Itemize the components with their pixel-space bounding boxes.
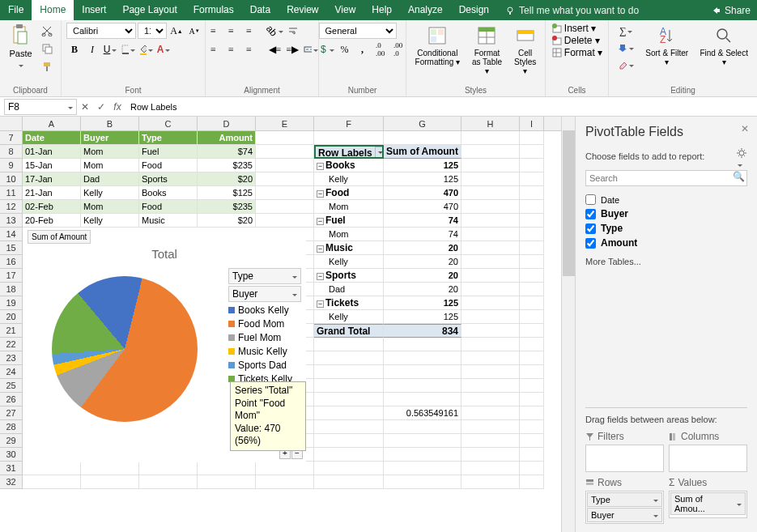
cell[interactable]: [520, 448, 544, 462]
cell[interactable]: [384, 365, 461, 379]
cell[interactable]: 20-Feb: [23, 214, 81, 228]
menu-analyze[interactable]: Analyze: [400, 0, 451, 20]
format-painter-button[interactable]: [39, 58, 55, 74]
worksheet[interactable]: A B C D E F G H I 7DateBuyerTypeAmount80…: [0, 117, 561, 532]
field-item[interactable]: Buyer: [585, 206, 747, 221]
cell[interactable]: Grand Total: [314, 324, 384, 338]
cell[interactable]: [520, 145, 544, 159]
legend-buyer-button[interactable]: Buyer: [228, 286, 301, 302]
row-header[interactable]: 12: [0, 200, 23, 214]
cell[interactable]: [461, 145, 520, 159]
values-drop-area[interactable]: Sum of Amou...: [669, 491, 747, 518]
cell[interactable]: [520, 255, 544, 269]
row-chip[interactable]: Type: [587, 492, 662, 507]
cell[interactable]: [198, 475, 256, 489]
cell[interactable]: [461, 296, 520, 310]
cell[interactable]: [256, 186, 314, 200]
number-format-select[interactable]: General: [319, 23, 397, 39]
cell[interactable]: [461, 475, 520, 489]
cell[interactable]: [139, 475, 198, 489]
cancel-formula-button[interactable]: ✕: [77, 101, 93, 113]
cell[interactable]: $125: [198, 186, 256, 200]
cell[interactable]: −Sports: [314, 269, 384, 283]
cell[interactable]: 20: [384, 255, 461, 269]
cell[interactable]: [384, 351, 461, 365]
row-header[interactable]: 29: [0, 434, 23, 448]
cell[interactable]: [256, 131, 314, 145]
autosum-button[interactable]: ∑: [614, 23, 638, 39]
cell[interactable]: Mom: [81, 200, 139, 214]
italic-button[interactable]: I: [84, 41, 100, 57]
cell[interactable]: −Fuel: [314, 214, 384, 228]
row-header[interactable]: 10: [0, 172, 23, 186]
cell[interactable]: 20: [384, 283, 461, 296]
cell[interactable]: Books: [139, 186, 198, 200]
delete-cells-button[interactable]: Delete ▾: [551, 35, 600, 46]
pie-chart[interactable]: [52, 276, 198, 422]
format-cells-button[interactable]: Format ▾: [551, 47, 602, 58]
field-item[interactable]: Type: [585, 221, 747, 236]
row-header[interactable]: 23: [0, 351, 23, 365]
cell[interactable]: Music: [139, 214, 198, 228]
increase-indent-button[interactable]: ≡▶: [285, 41, 301, 57]
cell[interactable]: [461, 365, 520, 379]
cell[interactable]: 125: [384, 296, 461, 310]
row-header[interactable]: 19: [0, 296, 23, 310]
decrease-font-button[interactable]: A▼: [186, 23, 202, 39]
merge-button[interactable]: [303, 41, 319, 57]
cell[interactable]: [314, 393, 384, 406]
cell[interactable]: [384, 131, 461, 145]
cell[interactable]: [314, 420, 384, 434]
filters-drop-area[interactable]: [585, 445, 664, 472]
paste-button[interactable]: Paste: [6, 23, 35, 71]
cell[interactable]: [461, 228, 520, 241]
cell[interactable]: [461, 351, 520, 365]
cell[interactable]: 17-Jan: [23, 172, 81, 186]
cell[interactable]: [461, 324, 520, 338]
cell[interactable]: [256, 462, 314, 475]
cell[interactable]: 02-Feb: [23, 200, 81, 214]
cell[interactable]: [461, 186, 520, 200]
cell[interactable]: Kelly: [81, 186, 139, 200]
field-item[interactable]: Date: [585, 193, 747, 206]
cell[interactable]: [139, 462, 198, 475]
menu-file[interactable]: File: [0, 0, 32, 20]
decrease-decimal-button[interactable]: .00.0: [390, 41, 406, 57]
cell[interactable]: [23, 462, 81, 475]
cell[interactable]: [461, 420, 520, 434]
cell[interactable]: [198, 462, 256, 475]
cell[interactable]: $20: [198, 172, 256, 186]
font-color-button[interactable]: A: [155, 41, 172, 57]
col-E[interactable]: E: [256, 117, 314, 130]
cell[interactable]: [81, 475, 139, 489]
col-G[interactable]: G: [384, 117, 461, 130]
rows-drop-area[interactable]: TypeBuyer: [585, 491, 664, 524]
enter-formula-button[interactable]: ✓: [93, 101, 109, 113]
col-C[interactable]: C: [139, 117, 198, 130]
cell[interactable]: −Books: [314, 159, 384, 172]
cell[interactable]: [384, 393, 461, 406]
cell[interactable]: Kelly: [81, 214, 139, 228]
cell[interactable]: [461, 379, 520, 393]
cell[interactable]: [461, 269, 520, 283]
cell[interactable]: [520, 338, 544, 351]
cut-button[interactable]: [39, 23, 55, 39]
cell[interactable]: [384, 434, 461, 448]
orientation-button[interactable]: ab: [267, 23, 283, 39]
cell[interactable]: 470: [384, 186, 461, 200]
accounting-button[interactable]: $: [319, 41, 335, 57]
cell[interactable]: Row Labels: [314, 145, 384, 159]
cell[interactable]: [461, 159, 520, 172]
col-F[interactable]: F: [314, 117, 384, 130]
cell[interactable]: [461, 241, 520, 255]
pane-close-button[interactable]: ✕: [741, 123, 749, 134]
cell[interactable]: Food: [139, 200, 198, 214]
border-button[interactable]: [120, 41, 136, 57]
menu-formulas[interactable]: Formulas: [185, 0, 242, 20]
cell[interactable]: Type: [139, 131, 198, 145]
cell[interactable]: $235: [198, 200, 256, 214]
cell[interactable]: [314, 365, 384, 379]
cell[interactable]: [461, 434, 520, 448]
cell[interactable]: 125: [384, 159, 461, 172]
align-top-button[interactable]: ≡: [206, 23, 222, 39]
